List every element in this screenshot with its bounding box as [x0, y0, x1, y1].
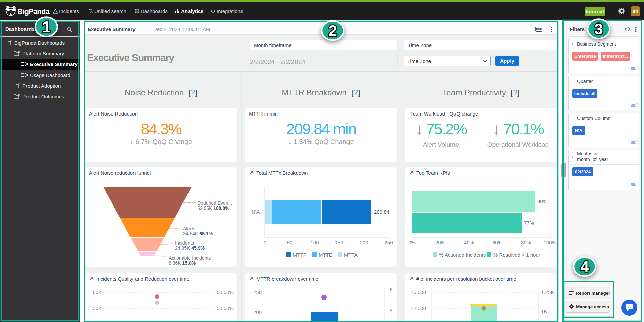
svg-text:MTTA: MTTA [344, 252, 358, 258]
svg-text:100%: 100% [544, 240, 556, 245]
svg-text:60K: 60K [93, 289, 102, 295]
svg-text:100: 100 [310, 240, 319, 245]
svg-text:8.36K 15.8%: 8.36K 15.8% [169, 260, 196, 266]
svg-text:250: 250 [253, 289, 262, 295]
svg-text:15,000: 15,000 [411, 289, 426, 295]
svg-text:MTTE: MTTE [319, 252, 332, 258]
svg-text:53.05K 100.0%: 53.05K 100.0% [197, 205, 229, 211]
svg-text:PDF: PDF [536, 28, 541, 31]
svg-text:6: 6 [390, 287, 392, 292]
svg-text:150: 150 [335, 240, 343, 245]
svg-text:1K: 1K [541, 308, 547, 314]
svg-text:50.00%: 50.00% [217, 305, 234, 311]
svg-text:250: 250 [384, 240, 393, 245]
svg-text:0%: 0% [408, 240, 416, 245]
svg-text:77%: 77% [524, 220, 534, 226]
svg-text:200: 200 [253, 309, 262, 315]
svg-text:50: 50 [287, 240, 293, 245]
svg-text:60.00%: 60.00% [217, 289, 234, 295]
svg-text:88%: 88% [537, 198, 547, 204]
svg-text:20%: 20% [435, 240, 445, 245]
svg-text:% Actioned Incidents: % Actioned Incidents [439, 252, 486, 258]
svg-text:MTTF: MTTF [293, 252, 306, 258]
svg-text:40%: 40% [464, 240, 474, 245]
svg-text:200: 200 [360, 240, 368, 245]
svg-text:80%: 80% [521, 240, 531, 245]
svg-text:0: 0 [264, 240, 266, 245]
svg-text:Alerts: Alerts [183, 226, 195, 231]
svg-text:50K: 50K [93, 305, 102, 311]
svg-text:Deduped Even...: Deduped Even... [197, 200, 232, 206]
svg-text:N\A: N\A [252, 209, 260, 215]
svg-text:34.54K 65.1%: 34.54K 65.1% [183, 231, 213, 236]
svg-text:Incidents: Incidents [175, 240, 194, 246]
svg-text:1.25K: 1.25K [541, 289, 554, 295]
svg-text:Actionable Incidents: Actionable Incidents [169, 255, 211, 261]
svg-text:60%: 60% [492, 240, 502, 245]
svg-text:% Resolved < 1 hour: % Resolved < 1 hour [493, 252, 540, 258]
svg-text:209.84: 209.84 [374, 209, 389, 215]
svg-text:12,500: 12,500 [411, 305, 426, 311]
svg-text:24.35K 45.9%: 24.35K 45.9% [175, 245, 205, 251]
svg-text:5: 5 [390, 308, 392, 313]
